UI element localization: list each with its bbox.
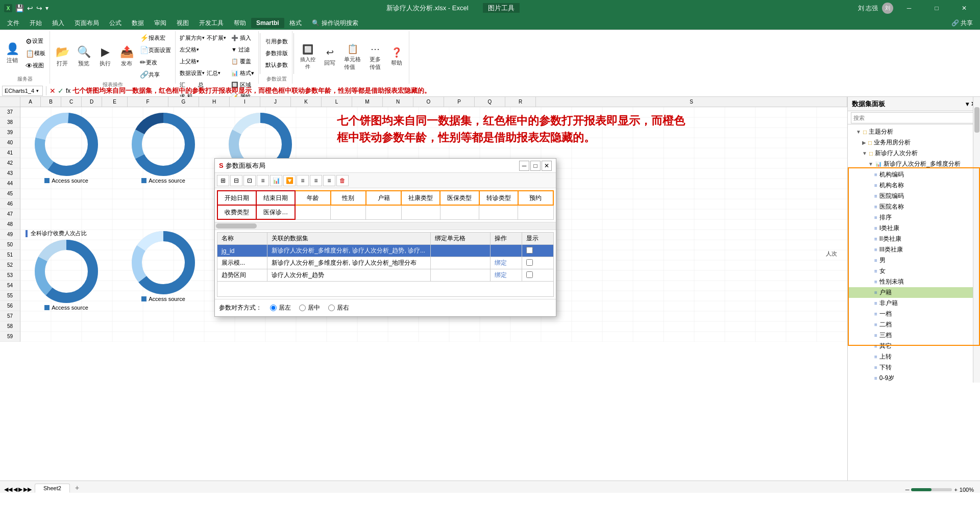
param-end-date[interactable]: 结束日期 — [256, 191, 295, 205]
insert-button[interactable]: ➕ 插入 — [229, 32, 256, 43]
menu-help[interactable]: 帮助 — [229, 17, 251, 29]
user-avatar[interactable]: 刘 — [882, 3, 893, 14]
tree-field-sort[interactable]: ≡ 排序 — [848, 212, 980, 223]
show-checkbox-trend[interactable] — [526, 271, 533, 278]
cell-show-jgid[interactable] — [522, 245, 553, 257]
share-button[interactable]: 🔗共享 — [138, 69, 173, 80]
param-start-date[interactable]: 开始日期 — [217, 191, 256, 205]
execute-button[interactable]: ▶ 执行 — [95, 39, 115, 73]
spreadsheet[interactable]: A B C D E F G H I J K L M N O P Q R S — [0, 97, 847, 481]
cloud-parent2[interactable]: 上父格▾ — [178, 56, 228, 67]
tb-align-right-btn[interactable]: ≡ — [323, 175, 335, 186]
tb-table-btn[interactable]: ⊞ — [217, 175, 229, 186]
tree-item-clinic[interactable]: ▼ □ 新诊疗人次分析 — [848, 148, 980, 159]
table-row-jg-id[interactable]: jg_id 新诊疗人次分析_多维度分析, 诊疗人次分析_趋势, 诊疗... 绑定 — [217, 245, 554, 257]
menu-review[interactable]: 审阅 — [149, 17, 172, 29]
help-button[interactable]: ❓ 帮助 — [386, 40, 407, 74]
table-row-trend[interactable]: 趋势区间 诊疗人次分析_趋势 绑定 — [217, 269, 554, 282]
cloud-expand-dir[interactable]: 扩展方向▾不扩展▾ — [178, 32, 228, 43]
cell-format-button[interactable]: 📋 单元格传值 — [341, 40, 364, 74]
tree-field-other[interactable]: ≡ 其它 — [848, 341, 980, 351]
param-medical-type[interactable]: 医保类型 — [440, 191, 479, 205]
param-panel-button[interactable]: 参数排版 — [263, 48, 290, 59]
param-appointment[interactable]: 预约 — [518, 191, 553, 205]
minimize-button[interactable]: ─ — [897, 0, 921, 16]
panel-scrollbar[interactable] — [973, 97, 980, 383]
sheet-tab-sheet2[interactable]: Sheet2 — [35, 484, 70, 493]
open-button[interactable]: 📂 打开 — [52, 39, 72, 73]
tree-field-down-transfer[interactable]: ≡ 下转 — [848, 362, 980, 373]
tree-field-level1[interactable]: ≡ 一档 — [848, 309, 980, 319]
tree-field-hospital-name[interactable]: ≡ 医院名称 — [848, 201, 980, 212]
tree-field-org-code[interactable]: ≡ 机构编码 — [848, 169, 980, 180]
add-sheet-btn[interactable]: + — [71, 483, 83, 493]
tree-field-class2[interactable]: ≡ II类社康 — [848, 234, 980, 244]
more-button[interactable]: ⋯ 更多传值 — [365, 40, 385, 74]
confirm-formula-btn[interactable]: ✓ — [58, 87, 64, 95]
align-left-option[interactable]: 居左 — [270, 304, 291, 312]
insert-control-button[interactable]: 🔲 插入控件 — [297, 40, 318, 74]
ref-param-button[interactable]: 引用参数 — [263, 36, 290, 47]
menu-format[interactable]: 格式 — [284, 17, 307, 29]
param-household[interactable]: 户籍 — [366, 191, 401, 205]
publish-button[interactable]: 📤 发布 — [116, 39, 137, 73]
tree-field-class3[interactable]: ≡ III类社康 — [848, 244, 980, 255]
tree-field-level3[interactable]: ≡ 三档 — [848, 330, 980, 341]
settings-button[interactable]: ⚙设置 — [23, 36, 47, 47]
tb-delete-btn[interactable]: 🗑 — [336, 175, 349, 186]
menu-developer[interactable]: 开发工具 — [194, 17, 229, 29]
tb-bar-btn[interactable]: 📊 — [270, 175, 282, 186]
format-button2[interactable]: 📊 格式▾ — [229, 67, 256, 79]
sheet-nav-last[interactable]: ▶▶ — [23, 486, 32, 493]
param-fee-type[interactable]: 收费类型 — [217, 205, 256, 219]
table-row-display[interactable]: 展示模... 新诊疗人次分析_多维度分析, 诊疗人次分析_地理分布 绑定 — [217, 257, 554, 269]
cell-op-jgid[interactable]: 绑定 — [490, 245, 522, 257]
close-button[interactable]: ✕ — [952, 0, 976, 16]
tb-table2-btn[interactable]: ⊟ — [230, 175, 242, 186]
tree-item-multidim[interactable]: ▼ 📊 新诊疗人次分析_多维度分析 — [848, 159, 980, 169]
view-button[interactable]: 👁视图 — [23, 60, 47, 71]
default-param-button[interactable]: 默认参数 — [263, 60, 290, 71]
cloud-parent[interactable]: 左父格▾ — [178, 44, 228, 55]
tree-item-room[interactable]: ▶ □ 业务用房分析 — [848, 137, 980, 148]
align-center-option[interactable]: 居中 — [299, 304, 320, 312]
tree-field-gender-unknown[interactable]: ≡ 性别未填 — [848, 276, 980, 287]
cell-show-display[interactable] — [522, 257, 553, 269]
dialog-minimize-btn[interactable]: ─ — [519, 161, 529, 171]
tb-chart-btn[interactable]: ≡ — [257, 175, 269, 186]
tree-field-hospital-code[interactable]: ≡ 医院编码 — [848, 191, 980, 201]
menu-share[interactable]: 🔗 共享 — [946, 17, 978, 29]
cancel-formula-btn[interactable]: ✕ — [50, 87, 56, 95]
dialog-close-btn[interactable]: ✕ — [542, 161, 552, 171]
param-age[interactable]: 年龄 — [295, 191, 330, 205]
align-right-option[interactable]: 居右 — [328, 304, 349, 312]
sheet-nav-next[interactable]: ▶ — [18, 486, 22, 493]
align-right-radio[interactable] — [328, 305, 335, 311]
tb-grid-btn[interactable]: ⊡ — [243, 175, 256, 186]
menu-file[interactable]: 文件 — [2, 17, 24, 29]
logout-button[interactable]: 👤 注销 — [2, 37, 22, 70]
filter-button[interactable]: ▼ 过滤 — [229, 44, 256, 55]
tree-field-household[interactable]: ≡ 户籍 — [848, 287, 980, 298]
dialog-maximize-btn[interactable]: □ — [530, 161, 541, 171]
zoom-out-btn[interactable]: ─ — [905, 487, 910, 493]
param-medical-diag[interactable]: 医保诊… — [256, 205, 295, 219]
undo-icon[interactable]: ↩ — [27, 4, 33, 12]
horizontal-scrollbar[interactable] — [215, 222, 556, 230]
sheet-nav-first[interactable]: ◀◀ — [4, 486, 12, 493]
tree-field-age-0-9[interactable]: ≡ 0-9岁 — [848, 373, 980, 384]
tb-align-center-btn[interactable]: ≡ — [310, 175, 322, 186]
param-social-type[interactable]: 社康类型 — [401, 191, 440, 205]
tree-field-male[interactable]: ≡ 男 — [848, 255, 980, 266]
menu-insert[interactable]: 插入 — [47, 17, 69, 29]
tb-align-left-btn[interactable]: ≡ — [297, 175, 309, 186]
menu-search[interactable]: 🔍操作说明搜索 — [307, 17, 363, 29]
template-button[interactable]: 📋模板 — [23, 48, 47, 59]
customize-icon[interactable]: ▾ — [45, 5, 48, 12]
menu-view[interactable]: 视图 — [172, 17, 194, 29]
zoom-in-btn[interactable]: + — [954, 487, 957, 493]
menu-pagelayout[interactable]: 页面布局 — [69, 17, 104, 29]
menu-home[interactable]: 开始 — [24, 17, 47, 29]
function-btn[interactable]: fx — [66, 87, 70, 94]
menu-data[interactable]: 数据 — [127, 17, 149, 29]
